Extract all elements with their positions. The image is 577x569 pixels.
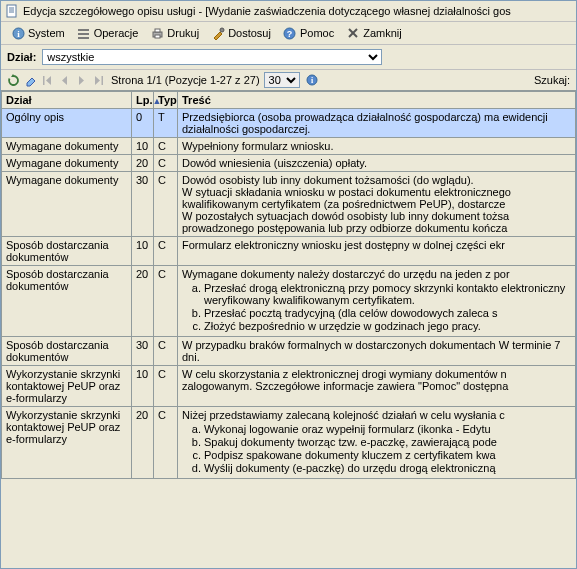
cell-typ: T: [154, 109, 178, 138]
cell-typ: C: [154, 366, 178, 407]
cell-lp: 10: [132, 237, 154, 266]
filter-label: Dział:: [7, 51, 36, 63]
menu-drukuj[interactable]: Drukuj: [144, 24, 205, 42]
ordered-list: Przesłać drogą elektroniczną przy pomocy…: [182, 282, 571, 332]
cell-dzial: Wymagane dokumenty: [2, 155, 132, 172]
list-item: Spakuj dokumenty tworząc tzw. e-paczkę, …: [204, 436, 571, 448]
info-icon: i: [11, 26, 25, 40]
next-icon[interactable]: [73, 72, 89, 88]
menu-operacje[interactable]: Operacje: [71, 24, 145, 42]
window-title: Edycja szczegółowego opisu usługi - [Wyd…: [23, 5, 511, 17]
cell-dzial: Sposób dostarczania dokumentów: [2, 266, 132, 337]
svg-rect-10: [155, 29, 160, 32]
cell-tresc: W przypadku braków formalnych w dostarcz…: [178, 337, 576, 366]
list-icon: [77, 26, 91, 40]
cell-dzial: Wymagane dokumenty: [2, 172, 132, 237]
svg-rect-8: [78, 37, 89, 39]
refresh-icon[interactable]: [5, 72, 21, 88]
printer-icon: [150, 26, 164, 40]
search-label: Szukaj:: [534, 74, 570, 86]
svg-text:?: ?: [287, 29, 293, 39]
cell-dzial: Sposób dostarczania dokumentów: [2, 237, 132, 266]
cell-tresc: Dowód wniesienia (uiszczenia) opłaty.: [178, 155, 576, 172]
cell-lp: 30: [132, 337, 154, 366]
cell-typ: C: [154, 407, 178, 479]
toolbar: Strona 1/1 (Pozycje 1-27 z 27) 30 i Szuk…: [1, 70, 576, 91]
cell-dzial: Ogólny opis: [2, 109, 132, 138]
last-icon[interactable]: [90, 72, 106, 88]
svg-rect-6: [78, 29, 89, 31]
table-row[interactable]: Sposób dostarczania dokumentów30CW przyp…: [2, 337, 576, 366]
table-row[interactable]: Ogólny opis0TPrzedsiębiorca (osoba prowa…: [2, 109, 576, 138]
ordered-list: Wykonaj logowanie oraz wypełnij formular…: [182, 423, 571, 474]
cell-tresc: Dowód osobisty lub inny dokument tożsamo…: [178, 172, 576, 237]
close-icon: [346, 26, 360, 40]
cell-typ: C: [154, 138, 178, 155]
cell-typ: C: [154, 155, 178, 172]
table-row[interactable]: Wymagane dokumenty30CDowód osobisty lub …: [2, 172, 576, 237]
table-row[interactable]: Wykorzystanie skrzynki kontaktowej PeUP …: [2, 366, 576, 407]
cell-lp: 20: [132, 266, 154, 337]
filter-bar: Dział: wszystkie: [1, 45, 576, 70]
menu-system[interactable]: i System: [5, 24, 71, 42]
header-lp[interactable]: Lp.▲: [132, 92, 154, 109]
svg-rect-17: [43, 76, 45, 85]
cell-lp: 10: [132, 138, 154, 155]
cell-tresc: Niżej przedstawiamy zalecaną kolejność d…: [178, 407, 576, 479]
cell-dzial: Sposób dostarczania dokumentów: [2, 337, 132, 366]
cell-tresc: Wypełniony formularz wniosku.: [178, 138, 576, 155]
menu-bar: i System Operacje Drukuj Dostosuj ? Pomo…: [1, 22, 576, 45]
cell-lp: 0: [132, 109, 154, 138]
cell-typ: C: [154, 337, 178, 366]
menu-zamknij[interactable]: Zamknij: [340, 24, 408, 42]
svg-rect-0: [7, 5, 16, 17]
tools-icon: [211, 26, 225, 40]
table-row[interactable]: Sposób dostarczania dokumentów10CFormula…: [2, 237, 576, 266]
cell-tresc: Przedsiębiorca (osoba prowadząca działal…: [178, 109, 576, 138]
list-item: Przesłać drogą elektroniczną przy pomocy…: [204, 282, 571, 306]
help-icon: ?: [283, 26, 297, 40]
data-table: Dział Lp.▲ Typ Treść Ogólny opis0TPrzeds…: [1, 91, 576, 479]
svg-rect-18: [101, 76, 103, 85]
menu-dostosuj[interactable]: Dostosuj: [205, 24, 277, 42]
cell-dzial: Wymagane dokumenty: [2, 138, 132, 155]
cell-tresc: Wymagane dokumenty należy dostarczyć do …: [178, 266, 576, 337]
table-header-row: Dział Lp.▲ Typ Treść: [2, 92, 576, 109]
cell-typ: C: [154, 266, 178, 337]
header-typ[interactable]: Typ: [154, 92, 178, 109]
first-icon[interactable]: [39, 72, 55, 88]
document-icon: [5, 4, 19, 18]
header-tresc[interactable]: Treść: [178, 92, 576, 109]
list-item: Złożyć bezpośrednio w urzędzie w godzina…: [204, 320, 571, 332]
list-item: Wykonaj logowanie oraz wypełnij formular…: [204, 423, 571, 435]
page-indicator: Strona 1/1 (Pozycje 1-27 z 27): [111, 74, 260, 86]
cell-lp: 20: [132, 407, 154, 479]
cell-typ: C: [154, 172, 178, 237]
page-size-select[interactable]: 30: [264, 72, 300, 88]
cell-typ: C: [154, 237, 178, 266]
table-row[interactable]: Wymagane dokumenty10CWypełniony formular…: [2, 138, 576, 155]
list-item: Podpisz spakowane dokumenty kluczem z ce…: [204, 449, 571, 461]
cell-tresc: Formularz elektroniczny wniosku jest dos…: [178, 237, 576, 266]
cell-lp: 20: [132, 155, 154, 172]
svg-rect-7: [78, 33, 89, 35]
svg-rect-11: [155, 35, 160, 38]
title-bar: Edycja szczegółowego opisu usługi - [Wyd…: [1, 1, 576, 22]
table-row[interactable]: Sposób dostarczania dokumentów20CWymagan…: [2, 266, 576, 337]
cell-tresc: W celu skorzystania z elektronicznej dro…: [178, 366, 576, 407]
svg-point-12: [220, 28, 224, 32]
cell-lp: 30: [132, 172, 154, 237]
filter-select[interactable]: wszystkie: [42, 49, 382, 65]
list-item: Wyślij dokumenty (e-paczkę) do urzędu dr…: [204, 462, 571, 474]
menu-pomoc[interactable]: ? Pomoc: [277, 24, 340, 42]
prev-icon[interactable]: [56, 72, 72, 88]
eraser-icon[interactable]: [22, 72, 38, 88]
cell-dzial: Wykorzystanie skrzynki kontaktowej PeUP …: [2, 366, 132, 407]
list-item: Przesłać pocztą tradycyjną (dla celów do…: [204, 307, 571, 319]
table-row[interactable]: Wymagane dokumenty20CDowód wniesienia (u…: [2, 155, 576, 172]
table-row[interactable]: Wykorzystanie skrzynki kontaktowej PeUP …: [2, 407, 576, 479]
cell-dzial: Wykorzystanie skrzynki kontaktowej PeUP …: [2, 407, 132, 479]
info-small-icon[interactable]: i: [304, 72, 320, 88]
header-dzial[interactable]: Dział: [2, 92, 132, 109]
cell-lp: 10: [132, 366, 154, 407]
